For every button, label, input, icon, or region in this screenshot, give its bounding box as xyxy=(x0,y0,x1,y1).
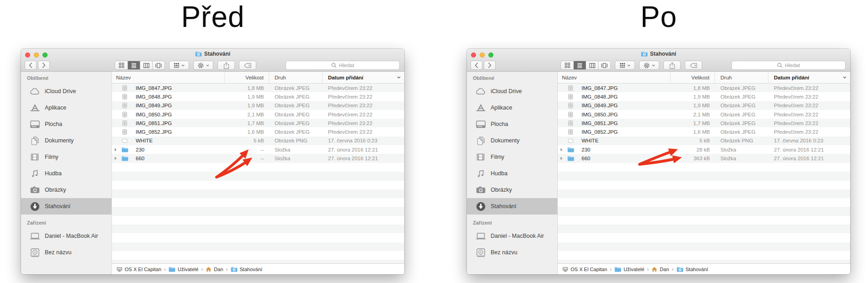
film-icon xyxy=(29,153,41,161)
file-row[interactable]: IMG_0852.JPG 1,6 MB Obrázek JPEG Předevč… xyxy=(558,127,850,136)
file-row[interactable]: IMG_0849.JPG 1,9 MB Obrázek JPEG Předevč… xyxy=(558,101,850,110)
file-row[interactable]: 230 28 kB Složka 27. února 2016 12:21 xyxy=(558,145,850,154)
file-row[interactable]: IMG_0847.JPG 1,8 MB Obrázek JPEG Předevč… xyxy=(112,84,404,92)
before-heading: Před xyxy=(140,2,286,32)
arrange-button[interactable] xyxy=(169,61,189,70)
file-row[interactable]: IMG_0850.JPG 2,1 MB Obrázek JPEG Předevč… xyxy=(112,110,404,119)
file-row[interactable]: WHITE 5 kB Obrázek PNG 17. června 2016 0… xyxy=(112,136,404,145)
sidebar-item[interactable]: iCloud Drive xyxy=(21,83,111,100)
search-input[interactable]: Hledat xyxy=(731,61,846,70)
disclosure-triangle-icon[interactable] xyxy=(113,139,117,142)
file-row[interactable]: 660 -- Složka 27. února 2016 12:21 xyxy=(112,154,404,162)
column-header-kind[interactable]: Druh xyxy=(715,72,768,83)
sidebar-item[interactable]: Dokumenty xyxy=(21,132,111,149)
disclosure-triangle-icon[interactable] xyxy=(113,157,117,160)
disclosure-triangle-icon[interactable] xyxy=(113,130,117,134)
sidebar-item[interactable]: Filmy xyxy=(21,149,111,165)
disclosure-triangle-icon[interactable] xyxy=(559,139,563,142)
column-header-name[interactable]: Název xyxy=(112,72,225,83)
coverflow-view-button[interactable] xyxy=(152,61,164,69)
breadcrumb-item[interactable]: › OS X El Capitan xyxy=(116,267,161,272)
cloud-icon xyxy=(475,88,487,95)
chevron-left-icon xyxy=(475,63,478,68)
file-row[interactable]: IMG_0849.JPG 1,9 MB Obrázek JPEG Předevč… xyxy=(112,101,404,110)
back-button[interactable] xyxy=(471,61,482,70)
disclosure-triangle-icon[interactable] xyxy=(559,95,563,99)
disclosure-triangle-icon[interactable] xyxy=(559,104,563,107)
sidebar-item[interactable]: Plocha xyxy=(467,116,557,132)
breadcrumb-item[interactable]: › Stahování xyxy=(223,266,263,273)
action-button[interactable] xyxy=(639,61,659,70)
file-row[interactable]: 230 -- Složka 27. února 2016 12:21 xyxy=(112,145,404,154)
disclosure-triangle-icon[interactable] xyxy=(559,148,563,152)
sidebar-item[interactable]: Daniel - MacBook Air xyxy=(21,228,111,244)
sidebar-item[interactable]: Daniel - MacBook Air xyxy=(467,228,557,244)
column-header-date[interactable]: Datum přidání xyxy=(768,72,850,83)
file-row[interactable]: IMG_0848.JPG 1,9 MB Obrázek JPEG Předevč… xyxy=(558,92,850,101)
action-button[interactable] xyxy=(193,61,213,70)
sidebar-item[interactable]: Hudba xyxy=(467,165,557,182)
column-header-kind[interactable]: Druh xyxy=(269,72,323,83)
coverflow-view-button[interactable] xyxy=(598,61,610,69)
disclosure-triangle-icon[interactable] xyxy=(559,130,563,134)
sidebar-item[interactable]: Plocha xyxy=(21,116,111,132)
sidebar-item[interactable]: Bez názvu xyxy=(467,244,557,261)
sidebar-item[interactable]: Aplikace xyxy=(467,100,557,116)
search-input[interactable]: Hledat xyxy=(286,61,400,70)
sidebar-item[interactable]: Obrázky xyxy=(21,182,111,198)
file-row[interactable]: 660 363 kB Složka 27. února 2016 12:21 xyxy=(558,154,850,162)
tag-button[interactable] xyxy=(685,61,702,70)
list-view-button[interactable] xyxy=(127,61,140,69)
sidebar-item[interactable]: Dokumenty xyxy=(467,132,557,149)
tag-button[interactable] xyxy=(239,61,256,70)
sidebar-item[interactable]: iCloud Drive xyxy=(467,83,557,100)
sidebar-item[interactable]: Bez názvu xyxy=(21,244,111,261)
icon-view-button[interactable] xyxy=(115,61,127,69)
disclosure-triangle-icon[interactable] xyxy=(113,113,117,116)
breadcrumb-item[interactable]: › Uživatelé xyxy=(161,266,198,273)
file-row[interactable]: IMG_0847.JPG 1,8 MB Obrázek JPEG Předevč… xyxy=(558,84,850,92)
disclosure-triangle-icon[interactable] xyxy=(113,104,117,107)
disclosure-triangle-icon[interactable] xyxy=(559,121,563,125)
disclosure-triangle-icon[interactable] xyxy=(559,157,563,160)
column-header-date[interactable]: Datum přidání xyxy=(323,72,404,83)
share-button[interactable] xyxy=(663,61,681,70)
breadcrumb-item[interactable]: › Dan xyxy=(644,266,669,273)
disclosure-triangle-icon[interactable] xyxy=(113,95,117,99)
breadcrumb-item[interactable]: › Stahování xyxy=(669,266,709,273)
forward-button[interactable] xyxy=(38,61,50,70)
coverflow-view-icon xyxy=(601,63,608,68)
sidebar-item[interactable]: Filmy xyxy=(467,149,557,165)
icon-view-button[interactable] xyxy=(561,61,573,69)
sidebar-item[interactable]: Hudba xyxy=(21,165,111,182)
sidebar-item[interactable]: Aplikace xyxy=(21,100,111,116)
back-button[interactable] xyxy=(25,61,37,70)
column-header-name[interactable]: Název xyxy=(558,72,671,83)
sidebar-item[interactable]: Obrázky xyxy=(467,182,557,198)
file-row[interactable]: IMG_0851.JPG 1,7 MB Obrázek JPEG Předevč… xyxy=(558,119,850,127)
disclosure-triangle-icon[interactable] xyxy=(113,148,117,152)
disclosure-triangle-icon[interactable] xyxy=(113,121,117,125)
column-header-size[interactable]: Velikost xyxy=(671,72,715,83)
list-view-button[interactable] xyxy=(573,61,586,69)
file-row[interactable]: IMG_0852.JPG 1,6 MB Obrázek JPEG Předevč… xyxy=(112,127,404,136)
breadcrumb-item[interactable]: › Dan xyxy=(198,266,223,273)
share-button[interactable] xyxy=(217,61,235,70)
column-header-size[interactable]: Velikost xyxy=(225,72,269,83)
disclosure-triangle-icon[interactable] xyxy=(559,113,563,116)
column-view-button[interactable] xyxy=(140,61,152,69)
file-row[interactable]: WHITE 5 kB Obrázek PNG 17. června 2016 0… xyxy=(558,136,850,145)
arrange-button[interactable] xyxy=(615,61,635,70)
sidebar-item[interactable]: Stahování xyxy=(467,198,557,215)
file-row[interactable]: IMG_0851.JPG 1,7 MB Obrázek JPEG Předevč… xyxy=(112,119,404,127)
disclosure-triangle-icon[interactable] xyxy=(113,86,117,90)
file-row[interactable]: IMG_0848.JPG 1,9 MB Obrázek JPEG Předevč… xyxy=(112,92,404,101)
breadcrumb-item[interactable]: › Uživatelé xyxy=(607,266,644,273)
disclosure-triangle-icon[interactable] xyxy=(559,86,563,90)
sidebar-item[interactable]: Stahování xyxy=(21,198,111,215)
breadcrumb-item[interactable]: › OS X El Capitan xyxy=(562,267,607,272)
forward-button[interactable] xyxy=(484,61,496,70)
column-view-button[interactable] xyxy=(586,61,598,69)
file-row[interactable]: IMG_0850.JPG 2,1 MB Obrázek JPEG Předevč… xyxy=(558,110,850,119)
file-size: 1,9 MB xyxy=(225,94,269,100)
